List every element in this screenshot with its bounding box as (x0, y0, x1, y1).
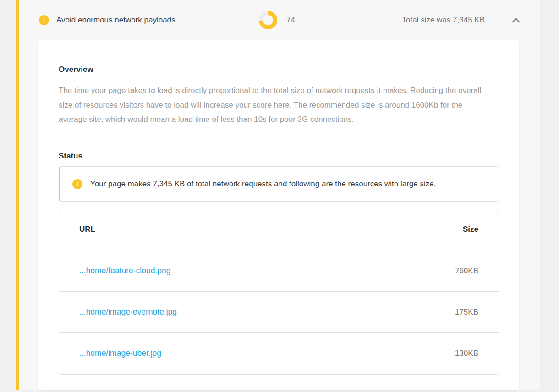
table-header-row: URL Size (59, 209, 499, 250)
resource-size: 760KB (360, 250, 499, 292)
audit-summary-text: Total size was 7,345 KB (402, 16, 485, 25)
resource-size: 130KB (360, 333, 499, 374)
status-callout: ! Your page makes 7,345 KB of total netw… (59, 166, 499, 202)
score-value: 74 (286, 16, 295, 25)
resource-url-cell: ...home/image-uber.jpg (59, 333, 360, 374)
resource-link[interactable]: ...home/feature-cloud.png (79, 266, 170, 275)
resource-link[interactable]: ...home/image-uber.jpg (79, 348, 161, 358)
resource-table: URL Size ...home/feature-cloud.png760KB.… (59, 209, 499, 374)
resource-url-cell: ...home/image-evernote.jpg (59, 292, 360, 333)
chevron-up-icon[interactable] (512, 18, 520, 23)
audit-section-panel: ! Avoid enormous network payloads 74 Tot… (16, 0, 540, 390)
column-header-url: URL (59, 209, 360, 250)
overview-heading: Overview (59, 65, 499, 74)
resource-link[interactable]: ...home/image-evernote.jpg (79, 307, 177, 316)
audit-title: Avoid enormous network payloads (56, 16, 259, 25)
audit-detail-card: Overview The time your page takes to loa… (38, 40, 519, 390)
column-header-size: Size (360, 209, 499, 250)
warning-icon: ! (72, 179, 82, 189)
audit-accordion-header[interactable]: ! Avoid enormous network payloads 74 Tot… (19, 0, 540, 40)
table-row: ...home/image-evernote.jpg175KB (59, 292, 499, 333)
table-row: ...home/feature-cloud.png760KB (59, 250, 499, 292)
status-message: Your page makes 7,345 KB of total networ… (90, 180, 436, 189)
overview-paragraph: The time your page takes to load is dire… (59, 83, 489, 127)
resource-size: 175KB (360, 292, 499, 333)
resource-url-cell: ...home/feature-cloud.png (59, 250, 360, 292)
table-row: ...home/image-uber.jpg130KB (59, 333, 499, 374)
warning-icon: ! (39, 15, 49, 25)
resource-table-container: URL Size ...home/feature-cloud.png760KB.… (59, 209, 499, 375)
score-gauge-donut (259, 11, 277, 29)
status-heading: Status (59, 152, 499, 161)
